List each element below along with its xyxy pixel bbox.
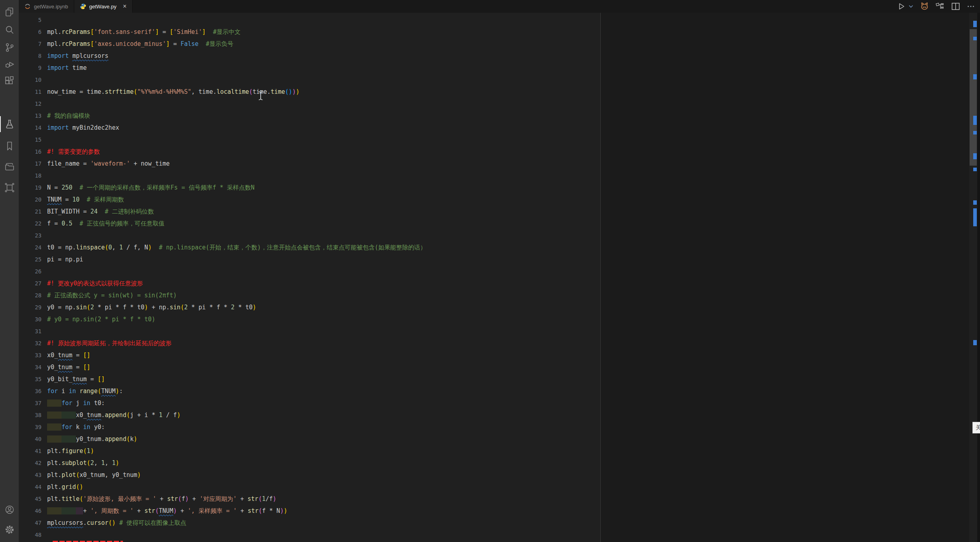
line-number[interactable]: 9 xyxy=(19,62,47,74)
code-line[interactable]: 7mpl.rcParams['axes.unicode_minus'] = Fa… xyxy=(19,38,600,50)
line-number[interactable]: 12 xyxy=(19,98,47,110)
line-number[interactable]: 21 xyxy=(19,206,47,218)
line-number[interactable]: 37 xyxy=(19,397,47,409)
editor-scrollbar[interactable] xyxy=(969,13,977,542)
code-line[interactable]: 44plt.grid() xyxy=(19,481,600,493)
code-line[interactable]: 16#! 需要变更的参数 xyxy=(19,146,600,158)
close-icon[interactable]: × xyxy=(123,3,127,10)
code-line[interactable]: 10 xyxy=(19,74,600,86)
scrollbar-thumb[interactable] xyxy=(970,29,977,166)
line-number[interactable]: 32 xyxy=(19,337,47,349)
line-number[interactable]: 13 xyxy=(19,110,47,122)
run-dropdown-button[interactable] xyxy=(908,4,914,9)
code-line[interactable]: 42plt.subplot(2, 1, 1) xyxy=(19,457,600,469)
code-line[interactable]: 13# 我的自编模块 xyxy=(19,110,600,122)
code-line[interactable]: 41plt.figure(1) xyxy=(19,445,600,457)
code-line[interactable]: 37 for j in t0: xyxy=(19,397,600,409)
line-number[interactable]: 17 xyxy=(19,158,47,170)
line-number[interactable]: 10 xyxy=(19,74,47,86)
line-number[interactable]: 35 xyxy=(19,373,47,385)
line-number[interactable]: 25 xyxy=(19,253,47,265)
line-number[interactable]: 41 xyxy=(19,445,47,457)
sidebar-item-explorer[interactable] xyxy=(0,4,19,20)
code-line[interactable]: 48 xyxy=(19,529,600,541)
code-line[interactable]: 23 xyxy=(19,229,600,241)
line-number[interactable]: 11 xyxy=(19,86,47,98)
sidebar-item-extensions[interactable] xyxy=(0,73,19,89)
code-line[interactable]: 17file_name = 'waveform-' + now_time xyxy=(19,158,600,170)
line-number[interactable]: 36 xyxy=(19,385,47,397)
line-number[interactable]: 47 xyxy=(19,517,47,529)
sidebar-item-testing[interactable] xyxy=(0,116,19,132)
tab-getwave-ipynb[interactable]: getWave.ipynb xyxy=(19,0,74,13)
code-line[interactable]: 18 xyxy=(19,170,600,182)
line-number[interactable]: 30 xyxy=(19,313,47,325)
split-editor-button[interactable] xyxy=(951,2,960,11)
line-number[interactable]: 46 xyxy=(19,505,47,517)
code-line[interactable]: 25pi = np.pi xyxy=(19,253,600,265)
sidebar-item-run-debug[interactable] xyxy=(0,56,19,72)
code-line[interactable]: 34y0_tnum = [] xyxy=(19,361,600,373)
code-line[interactable]: 39 for k in y0: xyxy=(19,421,600,433)
code-line[interactable]: 35y0_bit_tnum = [] xyxy=(19,373,600,385)
sidebar-item-project-manager[interactable] xyxy=(0,158,19,174)
cat-extension-button[interactable] xyxy=(920,2,929,11)
code-line[interactable]: 12 xyxy=(19,98,600,110)
line-number[interactable]: 31 xyxy=(19,325,47,337)
outline-button[interactable] xyxy=(935,2,945,11)
run-button[interactable] xyxy=(897,2,906,11)
code-line[interactable]: 22f = 0.5 # 正弦信号的频率，可任意取值 xyxy=(19,218,600,229)
editor-pane[interactable]: 56mpl.rcParams['font.sans-serif'] = ['Si… xyxy=(19,13,980,542)
line-number[interactable]: 24 xyxy=(19,241,47,253)
line-number[interactable]: 19 xyxy=(19,182,47,194)
tab-getwave-py[interactable]: getWave.py × xyxy=(74,0,133,13)
line-number[interactable]: 16 xyxy=(19,146,47,158)
sidebar-item-search[interactable] xyxy=(0,22,19,38)
line-number[interactable]: 33 xyxy=(19,349,47,361)
code-line[interactable]: 8import mplcursors xyxy=(19,50,600,62)
code-line[interactable]: 40 y0_tnum.append(k) xyxy=(19,433,600,445)
code-line[interactable]: 38 x0_tnum.append(j + i * 1 / f) xyxy=(19,409,600,421)
code-line[interactable]: 26 xyxy=(19,265,600,277)
code-line[interactable]: 27#! 更改y0的表达式以获得任意波形 xyxy=(19,277,600,289)
line-number[interactable]: 27 xyxy=(19,277,47,289)
line-number[interactable]: 40 xyxy=(19,433,47,445)
line-number[interactable]: 42 xyxy=(19,457,47,469)
code-line[interactable]: 45plt.title('原始波形, 最小频率 = ' + str(f) + '… xyxy=(19,493,600,505)
code-line[interactable]: 14import myBin2dec2hex xyxy=(19,122,600,134)
settings-button[interactable] xyxy=(0,522,19,538)
line-number[interactable]: 6 xyxy=(19,26,47,38)
code-line[interactable]: 32#! 原始波形周期延拓，并绘制出延拓后的波形 xyxy=(19,337,600,349)
code-line[interactable]: 9import time xyxy=(19,62,600,74)
code-line[interactable]: 11now_time = time.strftime("%Y%m%d-%H%M%… xyxy=(19,86,600,98)
code-line[interactable]: 33x0_tnum = [] xyxy=(19,349,600,361)
code-line[interactable]: 31 xyxy=(19,325,600,337)
code-line[interactable]: 20TNUM = 10 # 采样周期数 xyxy=(19,194,600,206)
more-actions-button[interactable] xyxy=(966,2,975,11)
sidebar-item-bookmarks[interactable] xyxy=(0,138,19,154)
code-line[interactable]: 36for i in range(TNUM): xyxy=(19,385,600,397)
line-number[interactable]: 38 xyxy=(19,409,47,421)
line-number[interactable]: 34 xyxy=(19,361,47,373)
line-number[interactable]: 48 xyxy=(19,529,47,541)
code-line[interactable]: 47mplcursors.cursor() # 使得可以在图像上取点 xyxy=(19,517,600,529)
code-line[interactable]: 15 xyxy=(19,134,600,146)
sidebar-item-frame-tool[interactable] xyxy=(0,180,19,196)
account-button[interactable] xyxy=(0,502,19,518)
line-number[interactable]: 26 xyxy=(19,265,47,277)
line-number[interactable]: 15 xyxy=(19,134,47,146)
line-number[interactable]: 28 xyxy=(19,289,47,301)
code-line[interactable]: 19N = 250 # 一个周期的采样点数，采样频率Fs = 信号频率f * 采… xyxy=(19,182,600,194)
line-number[interactable]: 29 xyxy=(19,301,47,313)
code-line[interactable]: 21BIT_WIDTH = 24 # 二进制补码位数 xyxy=(19,206,600,218)
sidebar-item-source-control[interactable] xyxy=(0,40,19,55)
line-number[interactable]: 43 xyxy=(19,469,47,481)
code-line[interactable]: 30# y0 = np.sin(2 * pi * f * t0) xyxy=(19,313,600,325)
line-number[interactable]: 23 xyxy=(19,229,47,241)
line-number[interactable]: 20 xyxy=(19,194,47,206)
line-number[interactable]: 18 xyxy=(19,170,47,182)
line-number[interactable]: 8 xyxy=(19,50,47,62)
code-line[interactable]: 29y0 = np.sin(2 * pi * f * t0) + np.sin(… xyxy=(19,301,600,313)
line-number[interactable]: 7 xyxy=(19,38,47,50)
line-number[interactable]: 44 xyxy=(19,481,47,493)
